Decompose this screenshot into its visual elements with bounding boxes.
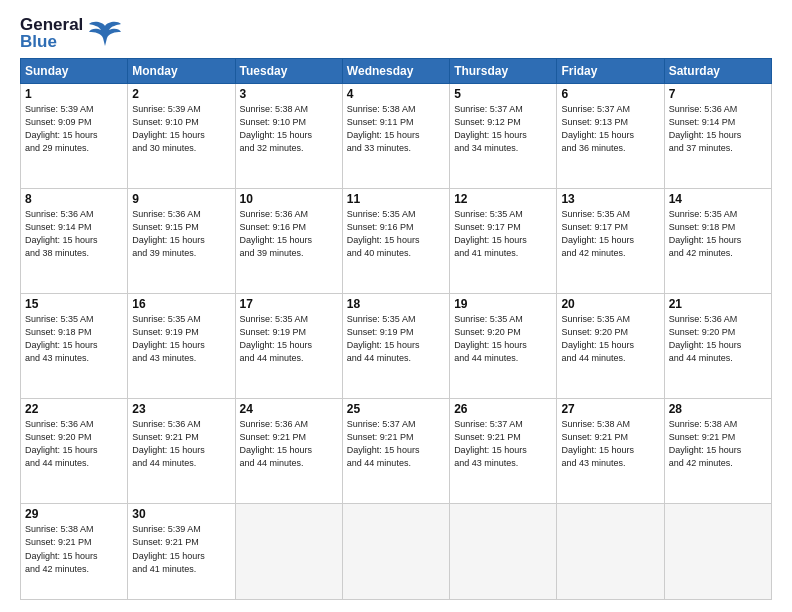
logo-general: General (20, 16, 83, 33)
day-info: Sunrise: 5:36 AM Sunset: 9:14 PM Dayligh… (25, 208, 123, 260)
day-number: 2 (132, 87, 230, 101)
day-info: Sunrise: 5:35 AM Sunset: 9:17 PM Dayligh… (454, 208, 552, 260)
calendar-week-2: 8Sunrise: 5:36 AM Sunset: 9:14 PM Daylig… (21, 189, 772, 294)
day-number: 14 (669, 192, 767, 206)
day-info: Sunrise: 5:38 AM Sunset: 9:21 PM Dayligh… (561, 418, 659, 470)
calendar-day10: 10Sunrise: 5:36 AM Sunset: 9:16 PM Dayli… (235, 189, 342, 294)
day-info: Sunrise: 5:36 AM Sunset: 9:15 PM Dayligh… (132, 208, 230, 260)
day-info: Sunrise: 5:38 AM Sunset: 9:10 PM Dayligh… (240, 103, 338, 155)
weekday-header-saturday: Saturday (664, 59, 771, 84)
calendar-day16: 16Sunrise: 5:35 AM Sunset: 9:19 PM Dayli… (128, 294, 235, 399)
calendar-day21: 21Sunrise: 5:36 AM Sunset: 9:20 PM Dayli… (664, 294, 771, 399)
header: General Blue (20, 16, 772, 50)
calendar-week-1: 1Sunrise: 5:39 AM Sunset: 9:09 PM Daylig… (21, 84, 772, 189)
day-number: 23 (132, 402, 230, 416)
day-info: Sunrise: 5:35 AM Sunset: 9:20 PM Dayligh… (454, 313, 552, 365)
day-number: 3 (240, 87, 338, 101)
day-number: 8 (25, 192, 123, 206)
calendar-day1: 1Sunrise: 5:39 AM Sunset: 9:09 PM Daylig… (21, 84, 128, 189)
day-info: Sunrise: 5:39 AM Sunset: 9:10 PM Dayligh… (132, 103, 230, 155)
calendar-dayempty (235, 504, 342, 600)
day-number: 11 (347, 192, 445, 206)
calendar-day9: 9Sunrise: 5:36 AM Sunset: 9:15 PM Daylig… (128, 189, 235, 294)
calendar-day14: 14Sunrise: 5:35 AM Sunset: 9:18 PM Dayli… (664, 189, 771, 294)
weekday-header-thursday: Thursday (450, 59, 557, 84)
calendar-day20: 20Sunrise: 5:35 AM Sunset: 9:20 PM Dayli… (557, 294, 664, 399)
calendar-day12: 12Sunrise: 5:35 AM Sunset: 9:17 PM Dayli… (450, 189, 557, 294)
day-number: 24 (240, 402, 338, 416)
calendar-day23: 23Sunrise: 5:36 AM Sunset: 9:21 PM Dayli… (128, 399, 235, 504)
day-info: Sunrise: 5:35 AM Sunset: 9:19 PM Dayligh… (132, 313, 230, 365)
calendar-week-3: 15Sunrise: 5:35 AM Sunset: 9:18 PM Dayli… (21, 294, 772, 399)
day-number: 19 (454, 297, 552, 311)
calendar-day11: 11Sunrise: 5:35 AM Sunset: 9:16 PM Dayli… (342, 189, 449, 294)
calendar-week-4: 22Sunrise: 5:36 AM Sunset: 9:20 PM Dayli… (21, 399, 772, 504)
day-number: 4 (347, 87, 445, 101)
calendar-day7: 7Sunrise: 5:36 AM Sunset: 9:14 PM Daylig… (664, 84, 771, 189)
day-info: Sunrise: 5:38 AM Sunset: 9:21 PM Dayligh… (25, 523, 123, 575)
page: General Blue SundayMondayTuesdayWednesda… (0, 0, 792, 612)
calendar-day19: 19Sunrise: 5:35 AM Sunset: 9:20 PM Dayli… (450, 294, 557, 399)
day-number: 21 (669, 297, 767, 311)
day-info: Sunrise: 5:38 AM Sunset: 9:11 PM Dayligh… (347, 103, 445, 155)
day-number: 7 (669, 87, 767, 101)
calendar-day4: 4Sunrise: 5:38 AM Sunset: 9:11 PM Daylig… (342, 84, 449, 189)
day-info: Sunrise: 5:37 AM Sunset: 9:21 PM Dayligh… (347, 418, 445, 470)
weekday-header-row: SundayMondayTuesdayWednesdayThursdayFrid… (21, 59, 772, 84)
day-number: 15 (25, 297, 123, 311)
day-number: 5 (454, 87, 552, 101)
day-number: 20 (561, 297, 659, 311)
calendar-day25: 25Sunrise: 5:37 AM Sunset: 9:21 PM Dayli… (342, 399, 449, 504)
day-number: 17 (240, 297, 338, 311)
day-info: Sunrise: 5:37 AM Sunset: 9:12 PM Dayligh… (454, 103, 552, 155)
calendar-dayempty (450, 504, 557, 600)
day-number: 26 (454, 402, 552, 416)
logo-blue: Blue (20, 33, 83, 50)
day-info: Sunrise: 5:39 AM Sunset: 9:21 PM Dayligh… (132, 523, 230, 575)
day-number: 25 (347, 402, 445, 416)
day-info: Sunrise: 5:36 AM Sunset: 9:21 PM Dayligh… (132, 418, 230, 470)
day-info: Sunrise: 5:35 AM Sunset: 9:17 PM Dayligh… (561, 208, 659, 260)
day-number: 10 (240, 192, 338, 206)
day-info: Sunrise: 5:36 AM Sunset: 9:21 PM Dayligh… (240, 418, 338, 470)
day-number: 9 (132, 192, 230, 206)
weekday-header-sunday: Sunday (21, 59, 128, 84)
calendar-dayempty (664, 504, 771, 600)
day-info: Sunrise: 5:36 AM Sunset: 9:20 PM Dayligh… (25, 418, 123, 470)
day-number: 16 (132, 297, 230, 311)
weekday-header-monday: Monday (128, 59, 235, 84)
day-number: 13 (561, 192, 659, 206)
day-info: Sunrise: 5:36 AM Sunset: 9:20 PM Dayligh… (669, 313, 767, 365)
day-info: Sunrise: 5:39 AM Sunset: 9:09 PM Dayligh… (25, 103, 123, 155)
calendar-table: SundayMondayTuesdayWednesdayThursdayFrid… (20, 58, 772, 600)
day-info: Sunrise: 5:36 AM Sunset: 9:16 PM Dayligh… (240, 208, 338, 260)
weekday-header-tuesday: Tuesday (235, 59, 342, 84)
calendar-day29: 29Sunrise: 5:38 AM Sunset: 9:21 PM Dayli… (21, 504, 128, 600)
logo-bird-icon (87, 18, 123, 48)
day-info: Sunrise: 5:35 AM Sunset: 9:18 PM Dayligh… (25, 313, 123, 365)
calendar-day24: 24Sunrise: 5:36 AM Sunset: 9:21 PM Dayli… (235, 399, 342, 504)
calendar-day22: 22Sunrise: 5:36 AM Sunset: 9:20 PM Dayli… (21, 399, 128, 504)
day-info: Sunrise: 5:35 AM Sunset: 9:18 PM Dayligh… (669, 208, 767, 260)
day-info: Sunrise: 5:36 AM Sunset: 9:14 PM Dayligh… (669, 103, 767, 155)
day-info: Sunrise: 5:38 AM Sunset: 9:21 PM Dayligh… (669, 418, 767, 470)
calendar-day15: 15Sunrise: 5:35 AM Sunset: 9:18 PM Dayli… (21, 294, 128, 399)
day-number: 18 (347, 297, 445, 311)
day-info: Sunrise: 5:35 AM Sunset: 9:20 PM Dayligh… (561, 313, 659, 365)
logo: General Blue (20, 16, 123, 50)
calendar-day18: 18Sunrise: 5:35 AM Sunset: 9:19 PM Dayli… (342, 294, 449, 399)
day-number: 30 (132, 507, 230, 521)
calendar-day3: 3Sunrise: 5:38 AM Sunset: 9:10 PM Daylig… (235, 84, 342, 189)
day-number: 12 (454, 192, 552, 206)
day-number: 22 (25, 402, 123, 416)
day-info: Sunrise: 5:35 AM Sunset: 9:16 PM Dayligh… (347, 208, 445, 260)
calendar-day26: 26Sunrise: 5:37 AM Sunset: 9:21 PM Dayli… (450, 399, 557, 504)
day-info: Sunrise: 5:35 AM Sunset: 9:19 PM Dayligh… (347, 313, 445, 365)
calendar-week-5: 29Sunrise: 5:38 AM Sunset: 9:21 PM Dayli… (21, 504, 772, 600)
calendar-dayempty (342, 504, 449, 600)
calendar-day5: 5Sunrise: 5:37 AM Sunset: 9:12 PM Daylig… (450, 84, 557, 189)
day-number: 29 (25, 507, 123, 521)
calendar-day17: 17Sunrise: 5:35 AM Sunset: 9:19 PM Dayli… (235, 294, 342, 399)
calendar-day28: 28Sunrise: 5:38 AM Sunset: 9:21 PM Dayli… (664, 399, 771, 504)
day-number: 27 (561, 402, 659, 416)
